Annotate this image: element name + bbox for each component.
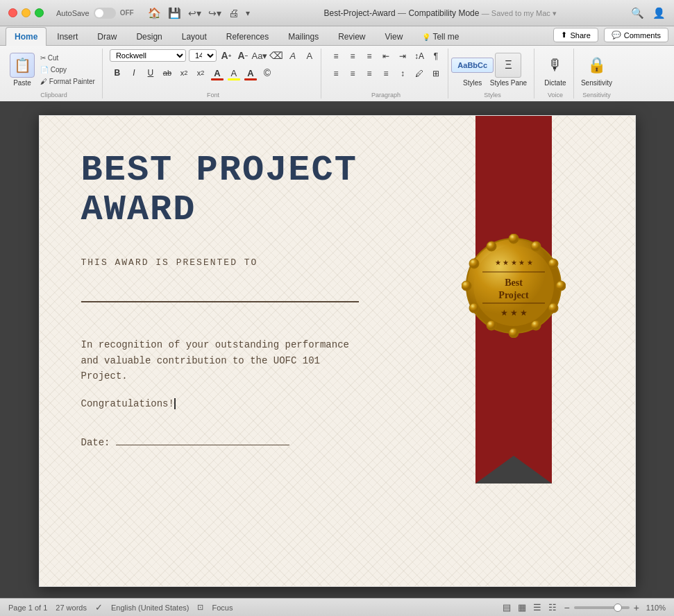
- svg-text:★  ★  ★: ★ ★ ★: [500, 308, 527, 318]
- bold-button[interactable]: B: [110, 65, 125, 80]
- subscript-button[interactable]: x2: [176, 65, 192, 80]
- cert-name-line: [81, 282, 359, 302]
- decrease-font-button[interactable]: A−: [236, 49, 250, 62]
- tab-tellme[interactable]: 💡 Tell me: [413, 27, 468, 46]
- tab-view[interactable]: View: [376, 27, 412, 46]
- font-row-1: Rockwell 14 A+ A− Aa▾ ⌫ A A: [110, 49, 317, 62]
- font-size-select[interactable]: 14: [189, 49, 217, 62]
- print-icon[interactable]: 🖨: [228, 7, 239, 19]
- paste-button[interactable]: 📋 Paste: [10, 53, 35, 87]
- paragraph-label: Paragraph: [371, 92, 401, 99]
- focus-icon[interactable]: ⊡: [197, 603, 203, 612]
- sensitivity-button[interactable]: 🔒 Sensitivity: [581, 53, 612, 87]
- borders-button[interactable]: ⊞: [428, 66, 444, 81]
- zoom-in-icon[interactable]: +: [634, 602, 639, 613]
- font-group: Rockwell 14 A+ A− Aa▾ ⌫ A A B I U ab x2 …: [106, 49, 321, 99]
- text-effects-button[interactable]: A: [286, 49, 300, 62]
- zoom-track[interactable]: [574, 606, 630, 609]
- svg-point-7: [509, 328, 519, 338]
- format-row: B I U ab x2 x2 A A A ©: [110, 65, 317, 80]
- language[interactable]: English (United States): [111, 604, 189, 612]
- strikethrough-button[interactable]: ab: [160, 65, 175, 80]
- cert-congrats: Congratulations!: [81, 398, 593, 409]
- zoom-level[interactable]: 110%: [646, 604, 666, 612]
- svg-text:Best: Best: [505, 277, 523, 288]
- tab-home[interactable]: Home: [6, 27, 47, 46]
- decrease-indent-button[interactable]: ⇤: [378, 49, 394, 64]
- align-left-button[interactable]: ≡: [328, 66, 344, 81]
- text-color-button[interactable]: A: [243, 65, 258, 80]
- align-right-button[interactable]: ≡: [362, 66, 377, 81]
- redo-icon[interactable]: ↪︎▾: [208, 8, 221, 19]
- close-button[interactable]: [8, 8, 17, 17]
- proofing-icon[interactable]: ✓: [95, 602, 103, 613]
- italic-button[interactable]: I: [126, 65, 142, 80]
- comments-button[interactable]: 💬 Comments: [604, 28, 668, 42]
- autosave-label: AutoSave: [56, 9, 90, 17]
- styles-button[interactable]: AaBbCc Styles: [458, 53, 487, 87]
- tab-mailings[interactable]: Mailings: [279, 27, 328, 46]
- status-left: Page 1 of 1 27 words ✓ English (United S…: [8, 602, 233, 613]
- dictate-button[interactable]: 🎙 Dictate: [541, 53, 569, 87]
- zoom-out-icon[interactable]: −: [564, 602, 569, 613]
- profile-icon[interactable]: 👤: [652, 7, 666, 19]
- cert-date: Date:: [81, 437, 593, 448]
- search-icon[interactable]: 🔍: [631, 7, 644, 19]
- undo-icon[interactable]: ↩︎▾: [188, 8, 201, 19]
- layout-icon-2[interactable]: ▦: [518, 602, 526, 613]
- line-spacing-button[interactable]: ↕: [395, 66, 410, 81]
- autosave-toggle[interactable]: [94, 8, 116, 19]
- share-button[interactable]: ⬆ Share: [553, 28, 598, 42]
- ribbon-toolbar: 📋 Paste ✂ Cut 📄 Copy 🖌 Format Painter Cl…: [0, 46, 674, 101]
- increase-font-button[interactable]: A+: [219, 49, 233, 62]
- home-icon[interactable]: 🏠: [148, 7, 161, 19]
- save-icon[interactable]: 💾: [168, 7, 181, 19]
- numbering-button[interactable]: ≡: [345, 49, 360, 64]
- maximize-button[interactable]: [35, 8, 44, 17]
- bullets-button[interactable]: ≡: [328, 49, 344, 64]
- tab-insert[interactable]: Insert: [48, 27, 87, 46]
- justify-button[interactable]: ≡: [378, 66, 394, 81]
- special-char-button[interactable]: ©: [260, 65, 275, 80]
- font-name-select[interactable]: Rockwell: [110, 49, 186, 62]
- show-formatting-button[interactable]: ¶: [428, 49, 444, 64]
- page-info: Page 1 of 1: [8, 604, 47, 612]
- tab-review[interactable]: Review: [329, 27, 374, 46]
- sort-button[interactable]: ↕A: [412, 49, 427, 64]
- layout-icon-1[interactable]: ▤: [503, 602, 511, 613]
- styles-pane-button[interactable]: Ξ Styles Pane: [490, 53, 527, 87]
- svg-point-8: [487, 320, 496, 330]
- cert-body: In recognition of your outstanding perfo…: [81, 337, 428, 384]
- cut-button[interactable]: ✂ Cut: [37, 53, 98, 63]
- tab-references[interactable]: References: [217, 27, 278, 46]
- cert-title: BEST PROJECT AWARD: [81, 151, 484, 230]
- document-area[interactable]: ★ ★ ★ ★ ★ Best Project ★ ★ ★ BEST PROJEC…: [0, 101, 674, 598]
- tab-layout[interactable]: Layout: [173, 27, 216, 46]
- tab-design[interactable]: Design: [127, 27, 171, 46]
- layout-icon-4[interactable]: ☷: [548, 602, 557, 613]
- tab-draw[interactable]: Draw: [88, 27, 126, 46]
- font-color-button[interactable]: A: [210, 65, 225, 80]
- svg-text:Project: Project: [498, 290, 529, 300]
- align-center-button[interactable]: ≡: [345, 66, 360, 81]
- focus-label[interactable]: Focus: [212, 604, 233, 612]
- clear-format-button[interactable]: ⌫: [269, 49, 283, 62]
- increase-indent-button[interactable]: ⇥: [395, 49, 410, 64]
- zoom-thumb[interactable]: [614, 604, 622, 612]
- shading-button[interactable]: 🖊: [412, 66, 427, 81]
- char-spacing-button[interactable]: A: [303, 49, 317, 62]
- share-icon: ⬆: [561, 31, 567, 40]
- change-case-button[interactable]: Aa▾: [253, 49, 267, 62]
- underline-button[interactable]: U: [143, 65, 158, 80]
- multilevel-button[interactable]: ≡: [362, 49, 377, 64]
- copy-button[interactable]: 📄 Copy: [37, 65, 98, 75]
- format-painter-button[interactable]: 🖌 Format Painter: [37, 76, 98, 87]
- zoom-slider[interactable]: − +: [564, 602, 639, 613]
- dictate-group: 🎙 Dictate Voice: [537, 49, 574, 99]
- highlight-button[interactable]: A: [226, 65, 242, 80]
- layout-icon-3[interactable]: ☰: [533, 602, 541, 613]
- medal-container: ★ ★ ★ ★ ★ Best Project ★ ★ ★: [462, 234, 566, 345]
- superscript-button[interactable]: x2: [193, 65, 208, 80]
- minimize-button[interactable]: [22, 8, 31, 17]
- customize-icon[interactable]: ▾: [246, 8, 250, 18]
